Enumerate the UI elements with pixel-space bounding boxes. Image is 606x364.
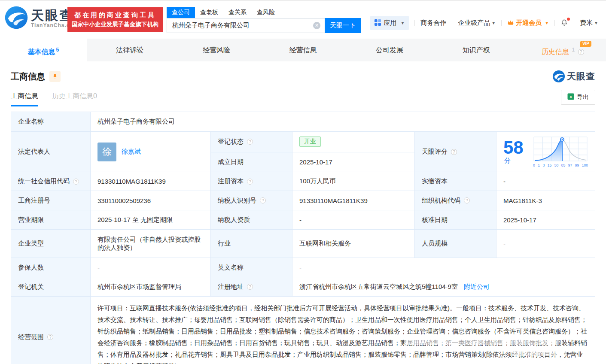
section-title: 工商信息 bbox=[11, 71, 45, 82]
apps-label: 应用 bbox=[384, 19, 396, 27]
cooperation-link[interactable]: 商务合作 bbox=[420, 19, 446, 27]
nearby-companies-link[interactable]: 附近公司 bbox=[464, 283, 490, 290]
field-label: 英文名称 bbox=[211, 258, 292, 277]
divider bbox=[501, 20, 502, 26]
tab-count: 5 bbox=[56, 47, 59, 53]
watermark-logo-text: 天眼查 bbox=[567, 70, 595, 82]
company-nav-tabs: 基本信息5 法律诉讼 经营风险 经营信息 公司发展 知识产权 VIP 历史信息 … bbox=[0, 39, 606, 61]
subtab-business-info[interactable]: 工商信息 bbox=[11, 92, 38, 106]
tab-operation-risk[interactable]: 经营风险 bbox=[173, 39, 260, 61]
table-row: 法定代表人 徐 徐嘉斌 登记状态? 开业 天眼评分? 58分 bbox=[11, 132, 595, 152]
field-label: 注册地址? bbox=[211, 277, 292, 297]
search-tabs: 查公司 查老板 查关系 查风险 bbox=[167, 6, 361, 18]
field-label: 企业名称 bbox=[11, 112, 91, 132]
export-button[interactable]: X 导出 bbox=[561, 90, 595, 105]
tab-company-development[interactable]: 公司发展 bbox=[346, 39, 433, 61]
chevron-down-icon: ▼ bbox=[400, 21, 405, 25]
apps-grid-icon bbox=[375, 19, 381, 27]
help-icon[interactable]: ? bbox=[578, 49, 584, 55]
table-row: 企业名称 杭州朵子电子商务有限公司 bbox=[11, 112, 595, 132]
tab-count: 1 bbox=[572, 47, 575, 53]
enterprise-label: 企业级产品 bbox=[458, 19, 490, 27]
reg-address-value: 浙江省杭州市余杭区五常街道云空城风之筑5幢1104-9室 bbox=[299, 283, 458, 290]
enterprise-menu[interactable]: 企业级产品 ▼ bbox=[458, 19, 496, 27]
vip-badge: VIP bbox=[580, 41, 591, 47]
score-axis-ticks: 01 315 5085 9799 100 bbox=[533, 163, 588, 167]
approval-date-value: 2025-10-17 bbox=[496, 210, 595, 230]
field-label: 登记状态? bbox=[211, 132, 292, 152]
tab-history-info[interactable]: VIP 历史信息 1 ? bbox=[519, 39, 606, 61]
clear-search-icon[interactable]: ✕ bbox=[313, 22, 320, 29]
vip-upgrade-menu[interactable]: 开通会员 ▼ bbox=[507, 19, 549, 27]
tianyancha-watermark-logo: 天眼查 bbox=[552, 70, 595, 83]
crown-icon bbox=[507, 19, 514, 27]
legal-rep-avatar[interactable]: 徐 bbox=[97, 143, 116, 161]
field-label: 登记机关 bbox=[11, 277, 91, 297]
tab-label: 经营信息 bbox=[289, 46, 317, 54]
help-icon[interactable]: ? bbox=[247, 284, 253, 290]
monitor-bell-button[interactable] bbox=[49, 71, 61, 82]
field-label: 天眼评分? bbox=[415, 132, 496, 172]
svg-text:X: X bbox=[569, 95, 572, 99]
help-icon[interactable]: ? bbox=[73, 179, 79, 185]
chevron-down-icon: ▼ bbox=[491, 21, 496, 25]
tab-operation-info[interactable]: 经营信息 bbox=[260, 39, 347, 61]
search-tab-company[interactable]: 查公司 bbox=[167, 7, 195, 18]
legal-rep-link[interactable]: 徐嘉斌 bbox=[122, 148, 141, 156]
field-label: 纳税人资质 bbox=[211, 210, 292, 230]
field-label: 经营范围? bbox=[11, 297, 91, 364]
paid-capital-value: - bbox=[496, 172, 595, 191]
apps-menu[interactable]: 应用 ▼ bbox=[370, 16, 409, 30]
help-icon[interactable]: ? bbox=[47, 334, 53, 340]
tab-intellectual-property[interactable]: 知识产权 bbox=[433, 39, 520, 61]
search-tab-boss[interactable]: 查老板 bbox=[195, 7, 223, 18]
divider bbox=[414, 20, 415, 26]
help-icon[interactable]: ? bbox=[464, 197, 470, 203]
divider bbox=[574, 20, 574, 26]
legal-rep-cell: 徐 徐嘉斌 bbox=[91, 132, 211, 172]
search-button[interactable]: 天眼一下 bbox=[325, 18, 361, 33]
chevron-down-icon: ▼ bbox=[594, 21, 598, 25]
search-tab-relation[interactable]: 查关系 bbox=[223, 7, 252, 18]
help-icon[interactable]: ? bbox=[247, 179, 253, 185]
subtab-history-business-info[interactable]: 历史工商信息0 bbox=[52, 92, 97, 106]
score-value: 58 bbox=[503, 137, 524, 158]
table-row: 经营范围? 许可项目：互联网直播技术服务(依法须经批准的项目，经相关部门批准后方… bbox=[11, 297, 595, 364]
tab-label: 法律诉讼 bbox=[116, 46, 143, 54]
tab-label: 公司发展 bbox=[376, 46, 403, 54]
help-icon[interactable]: ? bbox=[247, 139, 253, 145]
table-row: 统一社会信用代码? 91330110MAG1811K39 注册资本? 100万人… bbox=[11, 172, 595, 191]
notification-dot bbox=[567, 18, 570, 21]
help-icon[interactable]: ? bbox=[260, 197, 266, 203]
site-header: 天眼查 TianYanCha.com 都在用的商业查询工具 国家中小企业发展子基… bbox=[0, 1, 606, 39]
promo-line2: 国家中小企业发展子基金旗下机构 bbox=[72, 21, 159, 28]
main-content: 工商信息 天眼查 工商信息 历史工商信息0 bbox=[0, 70, 606, 364]
table-row: 工商注册号 330110002509236 纳税人识别号? 91330110MA… bbox=[11, 191, 595, 210]
score-cell: 58分 bbox=[496, 132, 595, 172]
table-row: 参保人数 - 英文名称 - bbox=[11, 258, 595, 277]
taxpayer-qual-value: - bbox=[292, 210, 415, 230]
export-label: 导出 bbox=[577, 94, 589, 101]
tab-label: 知识产权 bbox=[463, 46, 490, 54]
help-icon[interactable]: ? bbox=[451, 149, 457, 155]
industry-value: 互联网和相关服务 bbox=[292, 230, 415, 258]
search-input[interactable] bbox=[167, 18, 325, 33]
tab-legal-proceedings[interactable]: 法律诉讼 bbox=[87, 39, 174, 61]
search-tab-risk[interactable]: 查风险 bbox=[252, 7, 280, 18]
field-label: 组织机构代码? bbox=[415, 191, 496, 210]
tab-label: 历史信息 bbox=[542, 48, 569, 55]
promo-line1: 都在用的商业查询工具 bbox=[74, 11, 156, 19]
score-unit: 分 bbox=[504, 157, 511, 164]
notifications-bell-icon[interactable] bbox=[560, 19, 568, 28]
field-label: 人员规模 bbox=[415, 230, 496, 258]
taxpayer-id-value: 91330110MAG1811K39 bbox=[292, 191, 415, 210]
search-block: 查公司 查老板 查关系 查风险 ✕ 天眼一下 bbox=[167, 6, 361, 33]
table-row: 企业类型 有限责任公司（非自然人投资或控股的法人独资） 行业 互联网和相关服务 … bbox=[11, 230, 595, 258]
field-label: 行业 bbox=[211, 230, 292, 258]
org-code-value: MAG1811K-3 bbox=[496, 191, 595, 210]
field-label: 注册资本? bbox=[211, 172, 292, 191]
credit-code-value: 91330110MAG1811K39 bbox=[91, 172, 211, 191]
tab-basic-info[interactable]: 基本信息5 bbox=[0, 39, 87, 61]
user-menu[interactable]: 费米 ▼ bbox=[580, 19, 598, 27]
field-label: 参保人数 bbox=[11, 258, 91, 277]
